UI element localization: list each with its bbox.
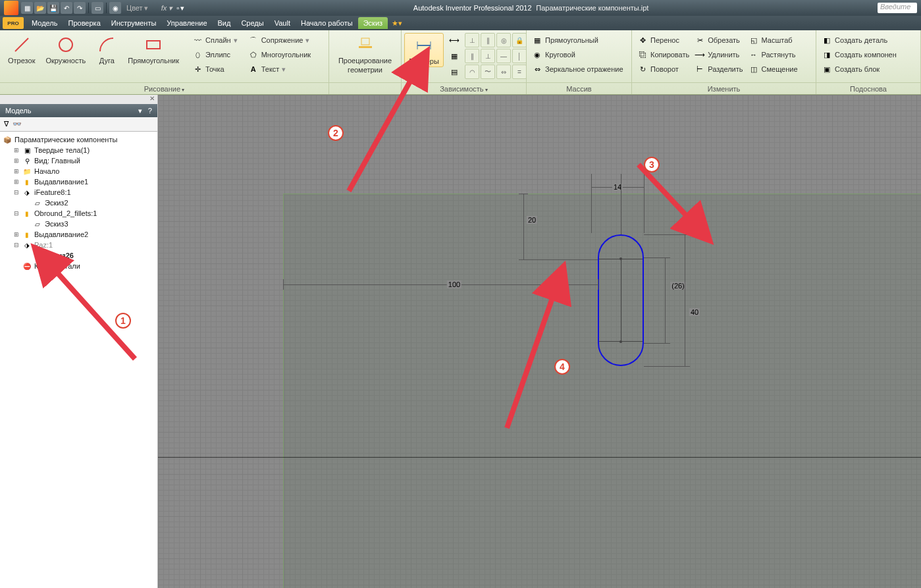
- line-button[interactable]: Отрезок: [3, 33, 40, 66]
- dim-40[interactable]: 40: [689, 308, 700, 316]
- tree-root[interactable]: 📦 Параматрические компоненты: [3, 134, 155, 145]
- menu-manage[interactable]: Управление: [161, 17, 212, 29]
- fillet-button[interactable]: ⌒Сопряжение ▾: [246, 33, 313, 47]
- canvas[interactable]: 100 14 20 (26) 40: [158, 95, 921, 588]
- spline-button[interactable]: 〰Сплайн ▾: [190, 33, 240, 47]
- browser-header[interactable]: Модель▾ ?: [0, 104, 157, 117]
- tree-item[interactable]: ⊟▮Obround_2_fillets:1: [3, 208, 155, 219]
- extend-icon: ⟶: [695, 49, 705, 60]
- filter-icon[interactable]: ∇: [4, 120, 9, 128]
- param-button[interactable]: ▦: [446, 49, 462, 63]
- point-icon: ✛: [192, 64, 203, 74]
- equal-icon[interactable]: =: [512, 65, 527, 79]
- text-button[interactable]: AТекст ▾: [246, 62, 313, 76]
- qat-undo-icon[interactable]: ↶: [61, 2, 72, 14]
- make-comp-button[interactable]: ◨Создать компонен: [819, 47, 899, 62]
- tree-item[interactable]: ⊞▮Выдавливание2: [3, 229, 155, 240]
- annotation-3: 3: [644, 157, 660, 173]
- ellipse-button[interactable]: ⬯Эллипс: [190, 47, 240, 62]
- tree-item[interactable]: ⊞⚲Вид: Главный: [3, 155, 155, 166]
- menu-model[interactable]: Модель: [26, 17, 63, 29]
- arc-button[interactable]: Дуга: [91, 33, 122, 66]
- qat-open-icon[interactable]: 📂: [34, 2, 46, 14]
- offset-button[interactable]: ◫Смещение: [746, 62, 801, 76]
- qat-material-icon[interactable]: ◉: [109, 2, 121, 14]
- show-button[interactable]: ▤: [446, 65, 462, 79]
- fix-icon[interactable]: 🔒: [512, 33, 527, 47]
- tree-item[interactable]: ⊟⬗Paz:1: [3, 240, 155, 250]
- collinear-icon[interactable]: ∥: [481, 33, 495, 47]
- panel-modify: ✥Перенос ⿻Копировать ↻Поворот ✂Обрезать …: [632, 30, 816, 94]
- pattern-circ-button[interactable]: ◉Круговой: [529, 47, 626, 62]
- qat-new-icon[interactable]: ▦: [21, 2, 33, 14]
- pattern-mirror-button[interactable]: ⇔Зеркальное отражение: [529, 62, 626, 76]
- make-part-button[interactable]: ◧Создать деталь: [819, 33, 899, 47]
- polygon-button[interactable]: ⬠Многоугольник: [246, 47, 313, 62]
- extend-button[interactable]: ⟶Удлинить: [692, 47, 745, 62]
- stretch-button[interactable]: ↔Растянуть: [746, 47, 801, 62]
- browser-close-icon[interactable]: ✕: [0, 95, 157, 104]
- menu-vault[interactable]: Vault: [269, 17, 296, 29]
- dim-20[interactable]: 20: [527, 216, 537, 224]
- dim-100[interactable]: 100: [447, 281, 461, 288]
- fx-label[interactable]: fx ▾: [161, 4, 173, 13]
- find-icon[interactable]: 👓: [13, 120, 22, 128]
- vertical-icon[interactable]: │: [512, 49, 527, 63]
- trim-button[interactable]: ✂Обрезать: [692, 33, 745, 47]
- qat-misc-icon[interactable]: ▫: [176, 4, 179, 13]
- move-button[interactable]: ✥Перенос: [635, 33, 692, 47]
- tree-item-end[interactable]: ⛔Конец детали: [3, 261, 155, 271]
- split-button[interactable]: ⊢Разделить: [692, 62, 745, 76]
- color-dropdown-label[interactable]: Цвет: [126, 4, 143, 12]
- scale-button[interactable]: ◱Масштаб: [746, 33, 801, 47]
- qat-save-icon[interactable]: 💾: [47, 2, 59, 14]
- tree-item[interactable]: ⊞▮Выдавливание1: [3, 176, 155, 187]
- circle-icon: [55, 34, 76, 55]
- horizontal-icon[interactable]: —: [496, 49, 511, 63]
- parallel-icon[interactable]: ∥: [465, 49, 479, 63]
- qat-redo-icon[interactable]: ↷: [74, 2, 86, 14]
- favorites-icon[interactable]: ★▾: [392, 19, 402, 28]
- circle-button[interactable]: Окружность: [40, 33, 91, 66]
- dim-26[interactable]: (26): [670, 282, 686, 290]
- menu-inspect[interactable]: Проверка: [63, 17, 105, 29]
- tree-item[interactable]: ▱Эскиз2: [3, 198, 155, 208]
- stretch-icon: ↔: [749, 49, 759, 60]
- menu-start[interactable]: Начало работы: [296, 17, 358, 29]
- concentric-icon[interactable]: ◎: [496, 33, 511, 47]
- copy-button[interactable]: ⿻Копировать: [635, 47, 692, 62]
- perpendicular-icon[interactable]: ⊥: [481, 49, 495, 63]
- tree-item[interactable]: ▱Эскиз3: [3, 219, 155, 229]
- pattern-circ-icon: ◉: [532, 49, 542, 60]
- arc-icon: [96, 34, 117, 55]
- pro-badge[interactable]: PRO: [3, 17, 24, 29]
- panel-draw-title[interactable]: Рисование: [144, 85, 185, 93]
- dimension-button[interactable]: Размеры: [404, 33, 444, 67]
- coincident-icon[interactable]: ⊥: [465, 33, 479, 47]
- search-input[interactable]: Введите: [878, 3, 917, 13]
- auto-dim-button[interactable]: ⟷: [446, 33, 462, 47]
- tree-item[interactable]: ⊟⬗iFeature8:1: [3, 187, 155, 198]
- svg-rect-4: [361, 38, 369, 45]
- app-icon[interactable]: [4, 1, 18, 15]
- tree-item[interactable]: ⊞▣Твердые тела(1): [3, 145, 155, 155]
- menu-tools[interactable]: Инструменты: [106, 17, 162, 29]
- symmetric-icon[interactable]: ⇔: [496, 65, 511, 79]
- rotate-button[interactable]: ↻Поворот: [635, 62, 692, 76]
- obround-shape[interactable]: [598, 234, 644, 366]
- qat-select-icon[interactable]: ▭: [92, 2, 103, 14]
- project-geometry-button[interactable]: Проецирование геометрии: [333, 33, 397, 75]
- smooth-icon[interactable]: 〜: [481, 65, 495, 79]
- menu-env[interactable]: Среды: [236, 17, 269, 29]
- panel-constraint-title[interactable]: Зависимость: [440, 85, 488, 93]
- pattern-rect-button[interactable]: ▦Прямоугольный: [529, 33, 626, 47]
- menu-sketch[interactable]: Эскиз: [358, 17, 388, 29]
- menu-view[interactable]: Вид: [213, 17, 236, 29]
- tree-item[interactable]: ⊞📁Начало: [3, 166, 155, 176]
- tree-item-active[interactable]: ▱Эскиз26: [3, 250, 155, 261]
- rect-button[interactable]: Прямоугольник: [122, 33, 184, 66]
- make-block-button[interactable]: ▣Создать блок: [819, 62, 899, 76]
- make-part-icon: ◧: [822, 35, 832, 45]
- tangent-icon[interactable]: ◠: [465, 65, 479, 79]
- point-button[interactable]: ✛Точка: [190, 62, 240, 76]
